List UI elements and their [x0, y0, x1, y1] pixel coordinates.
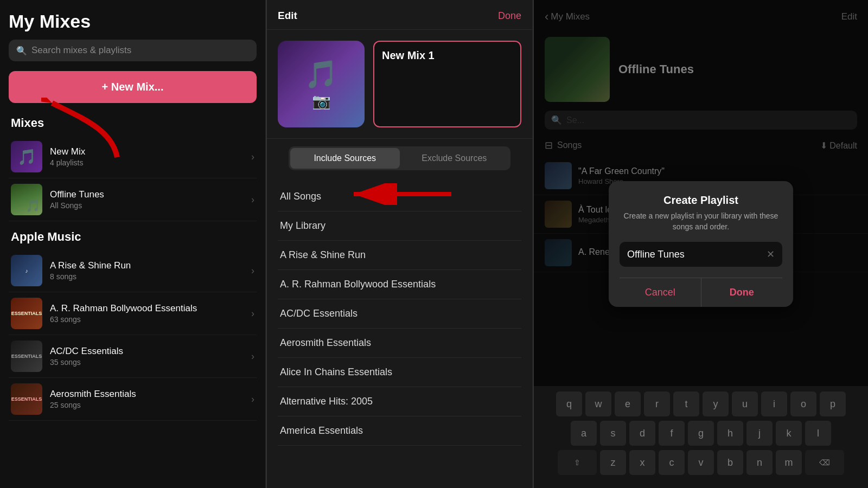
source-list: All Songs My Library A Rise & Shine Run … — [267, 178, 532, 488]
rahman-info: A. R. Rahman Bollywood Essentials 63 son… — [50, 303, 251, 324]
mix-icon-box[interactable]: 🎵 📷 — [278, 41, 365, 127]
offline-chevron: › — [251, 194, 254, 206]
newmix-info: New Mix 4 playlists — [50, 146, 251, 167]
source-list-all-songs[interactable]: All Songs — [278, 182, 521, 211]
modal-title: Create Playlist — [620, 194, 782, 207]
rise-info: A Rise & Shine Run 8 songs — [50, 260, 251, 281]
mixes-section-label: Mixes — [9, 116, 257, 130]
acdc-chevron: › — [251, 351, 254, 362]
search-bar[interactable]: 🔍 Search mixes & playlists — [9, 40, 257, 61]
new-mix-button[interactable]: + New Mix... — [9, 71, 257, 103]
source-list-acdc[interactable]: AC/DC Essentials — [278, 299, 521, 329]
rise-thumb: ♪ — [11, 255, 42, 286]
source-list-america[interactable]: America Essentials — [278, 416, 521, 446]
apple-music-section-label: Apple Music — [9, 230, 257, 244]
source-list-my-library[interactable]: My Library — [278, 211, 521, 241]
rahman-sub: 63 songs — [50, 315, 251, 324]
modal-subtitle: Create a new playlist in your library wi… — [620, 211, 782, 232]
offline-thumb-small — [11, 184, 42, 215]
rise-chevron: › — [251, 265, 254, 277]
modal-clear-button[interactable]: ✕ — [767, 248, 775, 260]
list-item-aerosmith[interactable]: ESSENTIALS Aerosmith Essentials 25 songs… — [9, 378, 257, 421]
left-panel: My Mixes 🔍 Search mixes & playlists + Ne… — [0, 0, 266, 488]
modal-cancel-button[interactable]: Cancel — [620, 278, 701, 307]
list-item-offline[interactable]: Offline Tunes All Songs › — [9, 178, 257, 221]
aerosmith-sub: 25 songs — [50, 401, 251, 409]
middle-header-title: Edit — [278, 10, 297, 22]
modal-input[interactable] — [627, 249, 767, 260]
modal-buttons: Cancel Done — [620, 278, 782, 307]
offline-sub: All Songs — [50, 201, 251, 210]
newmix-chevron: › — [251, 151, 254, 163]
source-list-alternative[interactable]: Alternative Hits: 2005 — [278, 387, 521, 416]
exclude-sources-tab[interactable]: Exclude Sources — [400, 148, 509, 169]
acdc-sub: 35 songs — [50, 358, 251, 367]
list-item-newmix[interactable]: 🎵 New Mix 4 playlists › — [9, 136, 257, 178]
list-item-rise[interactable]: ♪ A Rise & Shine Run 8 songs › — [9, 249, 257, 292]
search-placeholder: Search mixes & playlists — [31, 45, 131, 56]
aerosmith-chevron: › — [251, 394, 254, 405]
page-title: My Mixes — [9, 11, 257, 32]
offline-info: Offline Tunes All Songs — [50, 189, 251, 210]
mix-name-text: New Mix 1 — [382, 49, 435, 62]
mix-icon: 🎵 📷 — [304, 59, 338, 110]
middle-header: Edit Done — [267, 0, 532, 30]
middle-panel: Edit Done 🎵 📷 New Mix 1 Include Sources … — [267, 0, 533, 488]
source-tabs: Include Sources Exclude Sources — [289, 146, 510, 170]
source-list-aerosmith[interactable]: Aerosmith Essentials — [278, 329, 521, 358]
right-panel: ‹ My Mixes Edit Offline Tunes 🔍 Se... ⊟ … — [534, 0, 868, 488]
source-list-rise[interactable]: A Rise & Shine Run — [278, 241, 521, 270]
rahman-thumb: ESSENTIALS — [11, 298, 42, 329]
rise-sub: 8 songs — [50, 272, 251, 281]
acdc-thumb: ESSENTIALS — [11, 341, 42, 372]
source-list-rahman[interactable]: A. R. Rahman Bollywood Essentials — [278, 270, 521, 299]
acdc-info: AC/DC Essentials 35 songs — [50, 346, 251, 367]
offline-name: Offline Tunes — [50, 189, 251, 200]
middle-header-done[interactable]: Done — [498, 10, 521, 22]
create-playlist-modal: Create Playlist Create a new playlist in… — [609, 181, 793, 307]
aerosmith-thumb: ESSENTIALS — [11, 383, 42, 415]
newmix-sub: 4 playlists — [50, 158, 251, 167]
mix-edit-area: 🎵 📷 New Mix 1 — [267, 30, 532, 139]
modal-input-wrap: ✕ — [620, 242, 782, 267]
newmix-thumb: 🎵 — [11, 141, 42, 172]
rahman-chevron: › — [251, 308, 254, 319]
list-item-rahman[interactable]: ESSENTIALS A. R. Rahman Bollywood Essent… — [9, 292, 257, 335]
modal-done-button[interactable]: Done — [701, 278, 783, 307]
modal-overlay: Create Playlist Create a new playlist in… — [534, 0, 868, 488]
list-item-acdc[interactable]: ESSENTIALS AC/DC Essentials 35 songs › — [9, 335, 257, 378]
source-list-alice[interactable]: Alice In Chains Essentials — [278, 358, 521, 387]
newmix-icon: 🎵 — [17, 148, 36, 166]
include-sources-tab[interactable]: Include Sources — [290, 148, 400, 169]
new-mix-label: + New Mix... — [102, 81, 164, 93]
all-songs-arrow — [348, 183, 457, 205]
search-icon: 🔍 — [16, 46, 27, 56]
rise-name: A Rise & Shine Run — [50, 260, 251, 271]
acdc-name: AC/DC Essentials — [50, 346, 251, 357]
newmix-name: New Mix — [50, 146, 251, 157]
mix-name-box[interactable]: New Mix 1 — [373, 41, 521, 127]
aerosmith-info: Aerosmith Essentials 25 songs — [50, 389, 251, 409]
rahman-name: A. R. Rahman Bollywood Essentials — [50, 303, 251, 314]
aerosmith-name: Aerosmith Essentials — [50, 389, 251, 400]
